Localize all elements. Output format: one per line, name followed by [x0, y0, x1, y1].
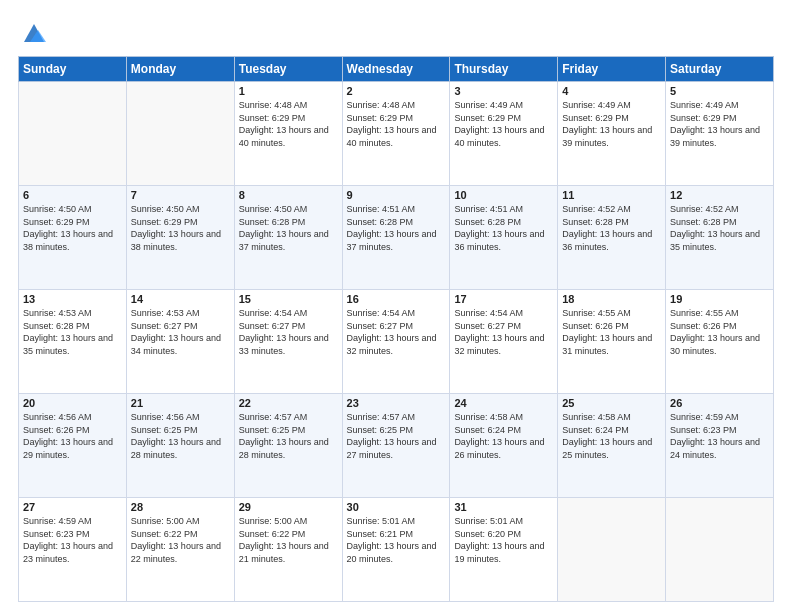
calendar-cell: 15Sunrise: 4:54 AM Sunset: 6:27 PM Dayli… — [234, 290, 342, 394]
day-info: Sunrise: 4:59 AM Sunset: 6:23 PM Dayligh… — [23, 515, 122, 565]
day-number: 3 — [454, 85, 553, 97]
day-number: 16 — [347, 293, 446, 305]
day-info: Sunrise: 4:57 AM Sunset: 6:25 PM Dayligh… — [347, 411, 446, 461]
day-info: Sunrise: 4:54 AM Sunset: 6:27 PM Dayligh… — [347, 307, 446, 357]
calendar-cell: 22Sunrise: 4:57 AM Sunset: 6:25 PM Dayli… — [234, 394, 342, 498]
day-number: 1 — [239, 85, 338, 97]
day-number: 7 — [131, 189, 230, 201]
day-number: 20 — [23, 397, 122, 409]
calendar-header-sunday: Sunday — [19, 57, 127, 82]
day-info: Sunrise: 4:55 AM Sunset: 6:26 PM Dayligh… — [670, 307, 769, 357]
day-number: 30 — [347, 501, 446, 513]
day-info: Sunrise: 4:54 AM Sunset: 6:27 PM Dayligh… — [454, 307, 553, 357]
calendar-week-1: 6Sunrise: 4:50 AM Sunset: 6:29 PM Daylig… — [19, 186, 774, 290]
calendar-header-row: SundayMondayTuesdayWednesdayThursdayFrid… — [19, 57, 774, 82]
calendar-week-4: 27Sunrise: 4:59 AM Sunset: 6:23 PM Dayli… — [19, 498, 774, 602]
calendar-cell: 25Sunrise: 4:58 AM Sunset: 6:24 PM Dayli… — [558, 394, 666, 498]
calendar-cell: 7Sunrise: 4:50 AM Sunset: 6:29 PM Daylig… — [126, 186, 234, 290]
calendar-cell: 21Sunrise: 4:56 AM Sunset: 6:25 PM Dayli… — [126, 394, 234, 498]
calendar-week-3: 20Sunrise: 4:56 AM Sunset: 6:26 PM Dayli… — [19, 394, 774, 498]
day-number: 22 — [239, 397, 338, 409]
day-info: Sunrise: 4:58 AM Sunset: 6:24 PM Dayligh… — [562, 411, 661, 461]
day-info: Sunrise: 4:56 AM Sunset: 6:26 PM Dayligh… — [23, 411, 122, 461]
calendar-table: SundayMondayTuesdayWednesdayThursdayFrid… — [18, 56, 774, 602]
day-number: 11 — [562, 189, 661, 201]
day-number: 2 — [347, 85, 446, 97]
calendar-cell: 18Sunrise: 4:55 AM Sunset: 6:26 PM Dayli… — [558, 290, 666, 394]
calendar-cell: 13Sunrise: 4:53 AM Sunset: 6:28 PM Dayli… — [19, 290, 127, 394]
header — [18, 18, 774, 46]
day-number: 29 — [239, 501, 338, 513]
calendar-cell: 12Sunrise: 4:52 AM Sunset: 6:28 PM Dayli… — [666, 186, 774, 290]
day-number: 15 — [239, 293, 338, 305]
day-info: Sunrise: 5:00 AM Sunset: 6:22 PM Dayligh… — [239, 515, 338, 565]
day-number: 27 — [23, 501, 122, 513]
day-info: Sunrise: 4:56 AM Sunset: 6:25 PM Dayligh… — [131, 411, 230, 461]
day-number: 10 — [454, 189, 553, 201]
calendar-cell: 27Sunrise: 4:59 AM Sunset: 6:23 PM Dayli… — [19, 498, 127, 602]
day-info: Sunrise: 5:00 AM Sunset: 6:22 PM Dayligh… — [131, 515, 230, 565]
calendar-cell: 23Sunrise: 4:57 AM Sunset: 6:25 PM Dayli… — [342, 394, 450, 498]
calendar-cell: 26Sunrise: 4:59 AM Sunset: 6:23 PM Dayli… — [666, 394, 774, 498]
day-number: 24 — [454, 397, 553, 409]
calendar-cell: 28Sunrise: 5:00 AM Sunset: 6:22 PM Dayli… — [126, 498, 234, 602]
calendar-header-wednesday: Wednesday — [342, 57, 450, 82]
calendar-cell: 3Sunrise: 4:49 AM Sunset: 6:29 PM Daylig… — [450, 82, 558, 186]
day-info: Sunrise: 4:54 AM Sunset: 6:27 PM Dayligh… — [239, 307, 338, 357]
calendar-header-monday: Monday — [126, 57, 234, 82]
calendar-cell — [19, 82, 127, 186]
calendar-header-thursday: Thursday — [450, 57, 558, 82]
day-info: Sunrise: 4:50 AM Sunset: 6:29 PM Dayligh… — [131, 203, 230, 253]
calendar-cell — [666, 498, 774, 602]
day-info: Sunrise: 4:48 AM Sunset: 6:29 PM Dayligh… — [347, 99, 446, 149]
calendar-header-friday: Friday — [558, 57, 666, 82]
day-number: 5 — [670, 85, 769, 97]
calendar-cell: 4Sunrise: 4:49 AM Sunset: 6:29 PM Daylig… — [558, 82, 666, 186]
day-number: 12 — [670, 189, 769, 201]
day-number: 6 — [23, 189, 122, 201]
calendar-cell — [126, 82, 234, 186]
day-number: 31 — [454, 501, 553, 513]
calendar-cell: 5Sunrise: 4:49 AM Sunset: 6:29 PM Daylig… — [666, 82, 774, 186]
calendar-cell: 17Sunrise: 4:54 AM Sunset: 6:27 PM Dayli… — [450, 290, 558, 394]
day-info: Sunrise: 4:58 AM Sunset: 6:24 PM Dayligh… — [454, 411, 553, 461]
day-info: Sunrise: 5:01 AM Sunset: 6:21 PM Dayligh… — [347, 515, 446, 565]
logo-icon — [20, 18, 48, 46]
day-number: 4 — [562, 85, 661, 97]
day-info: Sunrise: 4:52 AM Sunset: 6:28 PM Dayligh… — [562, 203, 661, 253]
day-number: 28 — [131, 501, 230, 513]
day-info: Sunrise: 4:57 AM Sunset: 6:25 PM Dayligh… — [239, 411, 338, 461]
calendar-cell: 11Sunrise: 4:52 AM Sunset: 6:28 PM Dayli… — [558, 186, 666, 290]
day-number: 23 — [347, 397, 446, 409]
calendar-cell: 1Sunrise: 4:48 AM Sunset: 6:29 PM Daylig… — [234, 82, 342, 186]
day-info: Sunrise: 4:49 AM Sunset: 6:29 PM Dayligh… — [670, 99, 769, 149]
calendar-cell — [558, 498, 666, 602]
day-number: 8 — [239, 189, 338, 201]
day-info: Sunrise: 4:48 AM Sunset: 6:29 PM Dayligh… — [239, 99, 338, 149]
calendar-cell: 16Sunrise: 4:54 AM Sunset: 6:27 PM Dayli… — [342, 290, 450, 394]
calendar-cell: 31Sunrise: 5:01 AM Sunset: 6:20 PM Dayli… — [450, 498, 558, 602]
day-info: Sunrise: 4:55 AM Sunset: 6:26 PM Dayligh… — [562, 307, 661, 357]
calendar-cell: 29Sunrise: 5:00 AM Sunset: 6:22 PM Dayli… — [234, 498, 342, 602]
day-info: Sunrise: 4:59 AM Sunset: 6:23 PM Dayligh… — [670, 411, 769, 461]
day-info: Sunrise: 5:01 AM Sunset: 6:20 PM Dayligh… — [454, 515, 553, 565]
calendar-cell: 2Sunrise: 4:48 AM Sunset: 6:29 PM Daylig… — [342, 82, 450, 186]
calendar-cell: 14Sunrise: 4:53 AM Sunset: 6:27 PM Dayli… — [126, 290, 234, 394]
calendar-cell: 30Sunrise: 5:01 AM Sunset: 6:21 PM Dayli… — [342, 498, 450, 602]
calendar-cell: 9Sunrise: 4:51 AM Sunset: 6:28 PM Daylig… — [342, 186, 450, 290]
day-number: 13 — [23, 293, 122, 305]
day-number: 19 — [670, 293, 769, 305]
calendar-cell: 20Sunrise: 4:56 AM Sunset: 6:26 PM Dayli… — [19, 394, 127, 498]
calendar-cell: 10Sunrise: 4:51 AM Sunset: 6:28 PM Dayli… — [450, 186, 558, 290]
page: SundayMondayTuesdayWednesdayThursdayFrid… — [0, 0, 792, 612]
calendar-header-tuesday: Tuesday — [234, 57, 342, 82]
day-number: 21 — [131, 397, 230, 409]
calendar-header-saturday: Saturday — [666, 57, 774, 82]
day-number: 14 — [131, 293, 230, 305]
calendar-cell: 6Sunrise: 4:50 AM Sunset: 6:29 PM Daylig… — [19, 186, 127, 290]
day-number: 9 — [347, 189, 446, 201]
day-number: 18 — [562, 293, 661, 305]
day-info: Sunrise: 4:49 AM Sunset: 6:29 PM Dayligh… — [562, 99, 661, 149]
calendar-week-2: 13Sunrise: 4:53 AM Sunset: 6:28 PM Dayli… — [19, 290, 774, 394]
day-info: Sunrise: 4:51 AM Sunset: 6:28 PM Dayligh… — [347, 203, 446, 253]
